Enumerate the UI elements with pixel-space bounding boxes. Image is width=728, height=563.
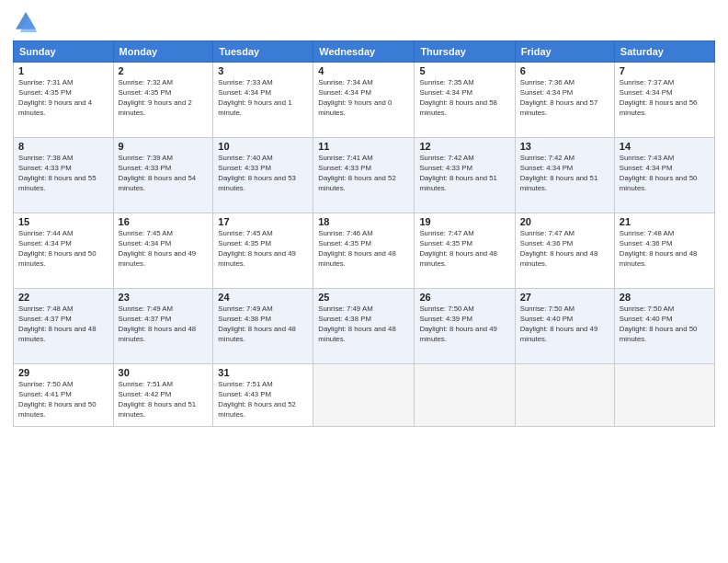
calendar-cell: [415, 364, 515, 427]
weekday-header: Thursday: [415, 41, 515, 63]
day-number: 26: [419, 292, 509, 303]
weekday-header: Wednesday: [313, 41, 415, 63]
calendar-cell: [515, 364, 614, 427]
calendar-cell: 22 Sunrise: 7:48 AMSunset: 4:37 PMDaylig…: [14, 289, 114, 364]
calendar-cell: 14 Sunrise: 7:43 AMSunset: 4:34 PMDaylig…: [614, 138, 714, 213]
day-detail: Sunrise: 7:40 AMSunset: 4:33 PMDaylight:…: [218, 154, 308, 194]
day-detail: Sunrise: 7:42 AMSunset: 4:33 PMDaylight:…: [419, 154, 509, 194]
day-detail: Sunrise: 7:50 AMSunset: 4:40 PMDaylight:…: [520, 304, 609, 345]
day-number: 31: [218, 367, 308, 378]
calendar-cell: 8 Sunrise: 7:38 AMSunset: 4:33 PMDayligh…: [14, 138, 114, 213]
calendar-cell: 3 Sunrise: 7:33 AMSunset: 4:34 PMDayligh…: [213, 63, 313, 138]
day-number: 23: [119, 292, 209, 303]
day-detail: Sunrise: 7:50 AMSunset: 4:39 PMDaylight:…: [419, 304, 509, 345]
day-number: 29: [18, 367, 108, 378]
day-detail: Sunrise: 7:45 AMSunset: 4:34 PMDaylight:…: [119, 229, 209, 270]
day-detail: Sunrise: 7:46 AMSunset: 4:35 PMDaylight:…: [318, 229, 409, 270]
day-number: 10: [218, 141, 308, 152]
calendar: SundayMondayTuesdayWednesdayThursdayFrid…: [13, 40, 715, 427]
calendar-cell: 18 Sunrise: 7:46 AMSunset: 4:35 PMDaylig…: [313, 213, 415, 289]
calendar-cell: 5 Sunrise: 7:35 AMSunset: 4:34 PMDayligh…: [415, 63, 515, 138]
calendar-cell: 11 Sunrise: 7:41 AMSunset: 4:33 PMDaylig…: [313, 138, 415, 213]
calendar-cell: 20 Sunrise: 7:47 AMSunset: 4:36 PMDaylig…: [515, 213, 614, 289]
day-detail: Sunrise: 7:50 AMSunset: 4:41 PMDaylight:…: [18, 380, 108, 420]
day-number: 14: [620, 141, 710, 152]
day-detail: Sunrise: 7:45 AMSunset: 4:35 PMDaylight:…: [218, 229, 308, 270]
day-detail: Sunrise: 7:51 AMSunset: 4:42 PMDaylight:…: [119, 380, 209, 420]
day-number: 4: [318, 65, 409, 76]
weekday-header: Tuesday: [213, 41, 313, 63]
day-detail: Sunrise: 7:34 AMSunset: 4:34 PMDaylight:…: [318, 78, 409, 119]
calendar-cell: [313, 364, 415, 427]
logo: [13, 9, 42, 35]
calendar-cell: 2 Sunrise: 7:32 AMSunset: 4:35 PMDayligh…: [113, 63, 213, 138]
weekday-header: Monday: [113, 41, 213, 63]
day-detail: Sunrise: 7:36 AMSunset: 4:34 PMDaylight:…: [520, 78, 609, 119]
day-detail: Sunrise: 7:42 AMSunset: 4:34 PMDaylight:…: [520, 154, 609, 194]
weekday-header: Saturday: [614, 41, 714, 63]
day-number: 18: [318, 216, 409, 227]
day-number: 13: [520, 141, 609, 152]
calendar-cell: 28 Sunrise: 7:50 AMSunset: 4:40 PMDaylig…: [614, 289, 714, 364]
day-number: 19: [419, 216, 509, 227]
day-number: 1: [18, 65, 108, 76]
day-number: 16: [119, 216, 209, 227]
header: [13, 9, 715, 35]
day-detail: Sunrise: 7:48 AMSunset: 4:37 PMDaylight:…: [18, 304, 108, 345]
day-number: 28: [620, 292, 710, 303]
calendar-cell: 10 Sunrise: 7:40 AMSunset: 4:33 PMDaylig…: [213, 138, 313, 213]
day-number: 12: [419, 141, 509, 152]
day-number: 27: [520, 292, 609, 303]
day-detail: Sunrise: 7:35 AMSunset: 4:34 PMDaylight:…: [419, 78, 509, 119]
day-number: 11: [318, 141, 409, 152]
day-number: 25: [318, 292, 409, 303]
calendar-cell: 16 Sunrise: 7:45 AMSunset: 4:34 PMDaylig…: [113, 213, 213, 289]
day-detail: Sunrise: 7:47 AMSunset: 4:35 PMDaylight:…: [419, 229, 509, 270]
calendar-cell: 12 Sunrise: 7:42 AMSunset: 4:33 PMDaylig…: [415, 138, 515, 213]
day-number: 20: [520, 216, 609, 227]
calendar-cell: 17 Sunrise: 7:45 AMSunset: 4:35 PMDaylig…: [213, 213, 313, 289]
calendar-cell: 27 Sunrise: 7:50 AMSunset: 4:40 PMDaylig…: [515, 289, 614, 364]
calendar-cell: 23 Sunrise: 7:49 AMSunset: 4:37 PMDaylig…: [113, 289, 213, 364]
day-number: 15: [18, 216, 108, 227]
logo-icon: [13, 9, 39, 35]
calendar-cell: 9 Sunrise: 7:39 AMSunset: 4:33 PMDayligh…: [113, 138, 213, 213]
day-number: 17: [218, 216, 308, 227]
weekday-row: SundayMondayTuesdayWednesdayThursdayFrid…: [14, 41, 715, 63]
day-detail: Sunrise: 7:31 AMSunset: 4:35 PMDaylight:…: [18, 78, 108, 119]
day-number: 7: [620, 65, 710, 76]
day-detail: Sunrise: 7:49 AMSunset: 4:37 PMDaylight:…: [119, 304, 209, 345]
day-detail: Sunrise: 7:41 AMSunset: 4:33 PMDaylight:…: [318, 154, 409, 194]
day-number: 24: [218, 292, 308, 303]
calendar-cell: 26 Sunrise: 7:50 AMSunset: 4:39 PMDaylig…: [415, 289, 515, 364]
calendar-cell: 6 Sunrise: 7:36 AMSunset: 4:34 PMDayligh…: [515, 63, 614, 138]
calendar-cell: 4 Sunrise: 7:34 AMSunset: 4:34 PMDayligh…: [313, 63, 415, 138]
day-detail: Sunrise: 7:37 AMSunset: 4:34 PMDaylight:…: [620, 78, 710, 119]
weekday-header: Friday: [515, 41, 614, 63]
calendar-cell: 24 Sunrise: 7:49 AMSunset: 4:38 PMDaylig…: [213, 289, 313, 364]
calendar-cell: 21 Sunrise: 7:48 AMSunset: 4:36 PMDaylig…: [614, 213, 714, 289]
day-number: 3: [218, 65, 308, 76]
day-detail: Sunrise: 7:50 AMSunset: 4:40 PMDaylight:…: [620, 304, 710, 345]
day-detail: Sunrise: 7:49 AMSunset: 4:38 PMDaylight:…: [318, 304, 409, 345]
calendar-body: 1 Sunrise: 7:31 AMSunset: 4:35 PMDayligh…: [14, 63, 715, 427]
calendar-cell: 29 Sunrise: 7:50 AMSunset: 4:41 PMDaylig…: [14, 364, 114, 427]
calendar-cell: 7 Sunrise: 7:37 AMSunset: 4:34 PMDayligh…: [614, 63, 714, 138]
calendar-cell: 25 Sunrise: 7:49 AMSunset: 4:38 PMDaylig…: [313, 289, 415, 364]
weekday-header: Sunday: [14, 41, 114, 63]
day-detail: Sunrise: 7:43 AMSunset: 4:34 PMDaylight:…: [620, 154, 710, 194]
day-number: 6: [520, 65, 609, 76]
calendar-cell: 15 Sunrise: 7:44 AMSunset: 4:34 PMDaylig…: [14, 213, 114, 289]
day-detail: Sunrise: 7:44 AMSunset: 4:34 PMDaylight:…: [18, 229, 108, 270]
day-detail: Sunrise: 7:49 AMSunset: 4:38 PMDaylight:…: [218, 304, 308, 345]
day-detail: Sunrise: 7:33 AMSunset: 4:34 PMDaylight:…: [218, 78, 308, 119]
calendar-cell: 30 Sunrise: 7:51 AMSunset: 4:42 PMDaylig…: [113, 364, 213, 427]
day-number: 30: [119, 367, 209, 378]
day-detail: Sunrise: 7:51 AMSunset: 4:43 PMDaylight:…: [218, 380, 308, 420]
day-detail: Sunrise: 7:32 AMSunset: 4:35 PMDaylight:…: [119, 78, 209, 119]
calendar-cell: 31 Sunrise: 7:51 AMSunset: 4:43 PMDaylig…: [213, 364, 313, 427]
day-detail: Sunrise: 7:48 AMSunset: 4:36 PMDaylight:…: [620, 229, 710, 270]
day-number: 22: [18, 292, 108, 303]
calendar-cell: [614, 364, 714, 427]
calendar-cell: 19 Sunrise: 7:47 AMSunset: 4:35 PMDaylig…: [415, 213, 515, 289]
